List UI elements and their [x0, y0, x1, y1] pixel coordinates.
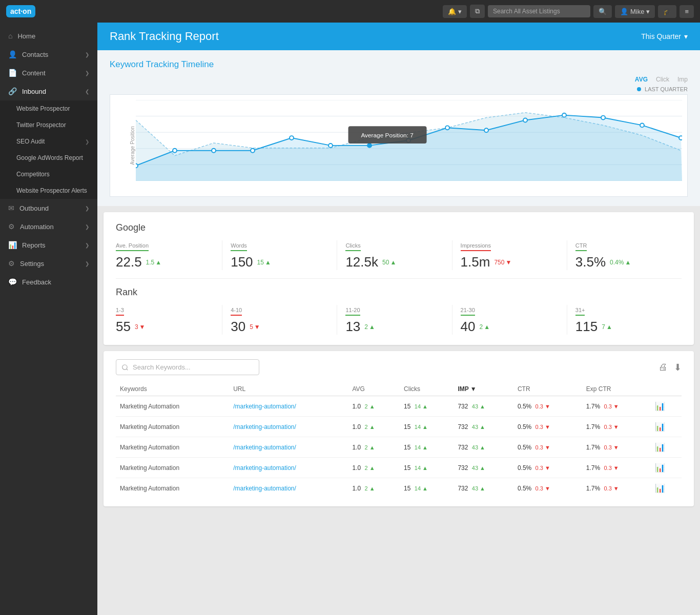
collapse-arrow-icon: ❯ [85, 139, 89, 145]
col-avg[interactable]: AVG [348, 382, 400, 396]
cell-avg: 1.0 2 ▲ [348, 396, 400, 417]
svg-point-18 [290, 136, 294, 140]
user-button[interactable]: 👤 Mike ▾ [615, 5, 655, 18]
chart-title: Keyword Tracking Timeline [110, 59, 688, 70]
cell-chart-icon[interactable]: 📊 [651, 437, 682, 458]
col-keywords[interactable]: Keywords [116, 382, 229, 396]
cell-chart-icon[interactable]: 📊 [651, 396, 682, 417]
cell-url[interactable]: /marketing-automation/ [229, 478, 348, 499]
cell-imp: 732 43 ▲ [454, 458, 513, 478]
col-clicks[interactable]: Clicks [400, 382, 454, 396]
sidebar-item-content[interactable]: 📄 Content ❯ [0, 64, 97, 82]
app-logo[interactable]: act·on [6, 5, 35, 17]
sidebar-item-twitter-prospector[interactable]: Twitter Prospector [0, 117, 97, 133]
google-stats-row: Ave. Position 22.5 1.5 ▲ Words 150 15 ▲ [116, 240, 682, 279]
svg-point-24 [523, 118, 527, 122]
sidebar-item-competitors[interactable]: Competitors [0, 166, 97, 182]
clicks-label: Clicks [345, 242, 360, 251]
copy-button[interactable]: ⧉ [470, 5, 485, 18]
sidebar-item-contacts[interactable]: 👤 Contacts ❯ [0, 45, 97, 64]
last-quarter-dot [637, 87, 641, 91]
col-ctr[interactable]: CTR [513, 382, 582, 396]
cell-url[interactable]: /marketing-automation/ [229, 458, 348, 478]
rank-stats-row: 1-3 55 3 ▼ 4-10 30 5 ▼ [116, 305, 682, 335]
sidebar-item-wp-alerts[interactable]: Website Prospector Alerts [0, 182, 97, 199]
svg-point-28 [679, 136, 682, 140]
cell-clicks: 15 14 ▲ [400, 478, 454, 499]
search-button[interactable]: 🔍 [593, 5, 612, 18]
svg-point-19 [328, 144, 333, 148]
table-row: Marketing Automation /marketing-automati… [116, 417, 682, 437]
chevron-down-icon: ❮ [85, 89, 89, 94]
cell-chart-icon[interactable]: 📊 [651, 458, 682, 478]
clicks-value: 12.5k 50 ▲ [345, 254, 443, 270]
cell-chart-icon[interactable]: 📊 [651, 417, 682, 437]
col-exp-ctr[interactable]: Exp CTR [582, 382, 651, 396]
filter-dropdown[interactable]: This Quarter ▾ [641, 32, 688, 40]
cell-chart-icon[interactable]: 📊 [651, 478, 682, 499]
legend-avg[interactable]: AVG [635, 76, 648, 83]
ctr-label: CTR [575, 242, 587, 251]
sidebar-item-google-adwords[interactable]: Google AdWords Report [0, 150, 97, 166]
svg-point-25 [562, 113, 566, 117]
sidebar-item-inbound[interactable]: 🔗 Inbound ❮ [0, 82, 97, 100]
outbound-icon: ✉ [8, 204, 14, 212]
ctr-delta: 0.4% ▲ [610, 259, 631, 266]
stat-clicks: Clicks 12.5k 50 ▲ [337, 240, 452, 270]
sidebar-item-feedback[interactable]: 💬 Feedback [0, 273, 97, 291]
rank-21-30-value: 40 2 ▲ [461, 319, 559, 335]
help-button[interactable]: 🎓 [658, 5, 676, 18]
cell-keyword: Marketing Automation [116, 396, 229, 417]
legend-click[interactable]: Click [656, 76, 669, 83]
rank-21-30-label: 21-30 [461, 307, 475, 316]
cell-keyword: Marketing Automation [116, 437, 229, 458]
inbound-submenu: Website Prospector Twitter Prospector SE… [0, 100, 97, 199]
rank-4-10-label: 4-10 [231, 307, 242, 316]
rank-title: Rank [116, 287, 682, 298]
col-url[interactable]: URL [229, 382, 348, 396]
svg-point-17 [251, 149, 255, 153]
sidebar-item-seo-audit[interactable]: SEO Audit ❯ [0, 133, 97, 150]
cell-imp: 732 43 ▲ [454, 396, 513, 417]
reports-icon: 📊 [8, 241, 17, 249]
chart-legend: AVG Click Imp [110, 76, 688, 83]
keyword-search-input[interactable] [116, 359, 259, 375]
sidebar-item-home[interactable]: ⌂ Home [0, 27, 97, 45]
last-quarter-label: LAST QUARTER [110, 86, 688, 92]
cell-url[interactable]: /marketing-automation/ [229, 417, 348, 437]
cell-keyword: Marketing Automation [116, 458, 229, 478]
sidebar-item-settings[interactable]: ⚙ Settings ❯ [0, 254, 97, 273]
col-chart [651, 382, 682, 396]
print-icon[interactable]: 🖨 [658, 362, 668, 373]
stat-rank-21-30: 21-30 40 2 ▲ [452, 305, 567, 335]
search-input[interactable] [488, 5, 590, 17]
feedback-icon: 💬 [8, 278, 17, 286]
cell-url[interactable]: /marketing-automation/ [229, 396, 348, 417]
ctr-value: 3.5% 0.4% ▲ [575, 254, 673, 270]
content-icon: 📄 [8, 69, 17, 77]
legend-imp[interactable]: Imp [677, 76, 688, 83]
cell-url[interactable]: /marketing-automation/ [229, 437, 348, 458]
cell-keyword: Marketing Automation [116, 478, 229, 499]
stat-impressions: Impressions 1.5m 750 ▼ [452, 240, 567, 270]
google-stats-section: Google Ave. Position 22.5 1.5 ▲ Words [104, 212, 694, 345]
notifications-button[interactable]: 🔔 ▾ [443, 5, 467, 18]
col-imp[interactable]: IMP ▼ [454, 382, 513, 396]
impressions-delta: 750 ▼ [494, 259, 511, 266]
stat-rank-1-3: 1-3 55 3 ▼ [116, 305, 222, 335]
chart-container: Average Position 1 3 6 9 12 15 [110, 94, 688, 197]
sidebar-item-automation[interactable]: ⚙ Automation ❯ [0, 217, 97, 236]
sidebar-item-reports[interactable]: 📊 Reports ❯ [0, 236, 97, 254]
google-stats-title: Google [116, 222, 682, 233]
table-row: Marketing Automation /marketing-automati… [116, 396, 682, 417]
cell-ctr: 0.5% 0.3 ▼ [513, 478, 582, 499]
menu-button[interactable]: ≡ [680, 5, 694, 18]
svg-text:Average Position: 7: Average Position: 7 [361, 132, 413, 139]
keyword-table: Keywords URL AVG Clicks IMP ▼ CTR Exp CT… [116, 382, 682, 498]
svg-point-22 [445, 126, 449, 130]
sidebar-item-website-prospector[interactable]: Website Prospector [0, 100, 97, 117]
download-icon[interactable]: ⬇ [674, 362, 682, 373]
automation-icon: ⚙ [8, 222, 15, 231]
sidebar-item-outbound[interactable]: ✉ Outbound ❯ [0, 199, 97, 217]
chart-section: Keyword Tracking Timeline AVG Click Imp … [97, 50, 700, 206]
